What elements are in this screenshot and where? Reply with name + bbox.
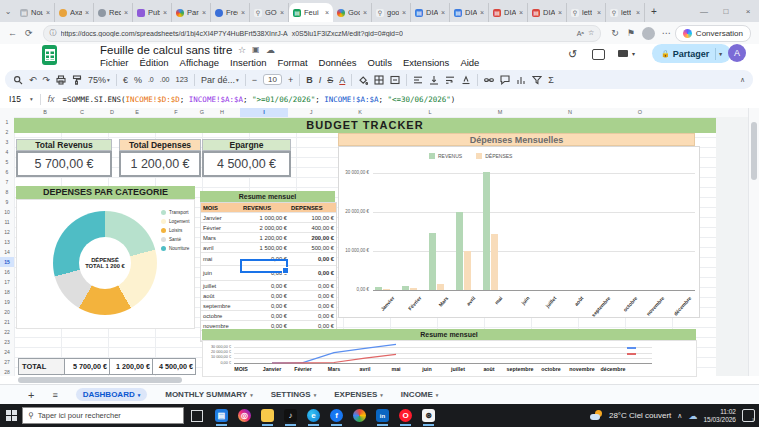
toolbar-fill-color[interactable] xyxy=(358,75,368,85)
depenses-cell[interactable]: 0,00 € xyxy=(289,311,336,320)
depenses-cell[interactable]: 0,00 € xyxy=(289,266,336,280)
card-value-epargne[interactable]: 4 500,00 € xyxy=(202,151,291,177)
card-title-depenses[interactable]: Total Depenses xyxy=(119,139,201,151)
month-cell[interactable]: juin xyxy=(201,266,241,280)
tab-close-icon[interactable]: × xyxy=(163,9,167,16)
sheet-tab-caret-icon[interactable]: ▾ xyxy=(138,392,141,398)
row-header-20[interactable]: 20 xyxy=(0,307,14,317)
revenus-cell[interactable]: 0,00 € xyxy=(241,311,289,320)
bar-revenus-avril[interactable] xyxy=(456,212,463,290)
sheet-tab-income[interactable]: INCOME▾ xyxy=(401,390,439,399)
bar-depenses-Mars[interactable] xyxy=(437,284,444,290)
sheet-tab-caret-icon[interactable]: ▾ xyxy=(314,392,317,398)
column-header-J[interactable]: J xyxy=(310,108,313,117)
toolbar-collapse-icon[interactable]: ∧ xyxy=(740,76,745,84)
borders-icon[interactable] xyxy=(374,75,384,85)
formula-input[interactable]: =SOMME.SI.ENS(INCOME!$D:$D; INCOME!$A:$A… xyxy=(62,95,455,104)
column-header-K[interactable]: K xyxy=(358,108,362,117)
minimize-icon[interactable]: — xyxy=(693,7,715,16)
revenus-cell[interactable]: 0,00 € xyxy=(241,301,289,310)
taskbar-search[interactable]: ⚲ Taper ici pour rechercher xyxy=(22,407,184,424)
depenses-cell[interactable]: 100,00 € xyxy=(289,213,336,222)
row-header-13[interactable]: 13 xyxy=(0,237,14,247)
tab-search-icon[interactable]: ⌄ xyxy=(0,7,16,16)
sheets-logo-icon[interactable] xyxy=(42,45,57,65)
total-depenses-cell[interactable]: 1 200,00 € xyxy=(110,358,153,375)
toolbar-insert-link[interactable] xyxy=(484,75,494,85)
fill-color-icon[interactable] xyxy=(358,75,368,85)
toolbar-increase-decimals[interactable]: .00 xyxy=(160,76,170,83)
menu-dition[interactable]: Édition xyxy=(140,57,169,68)
monthly-table-title[interactable]: Resume mensuel xyxy=(200,191,335,202)
read-aloud-icon[interactable]: Aᵃ xyxy=(577,30,584,37)
toolbar-create-filter[interactable] xyxy=(532,75,542,85)
vertical-align-icon[interactable] xyxy=(429,75,439,85)
user-avatar[interactable]: A xyxy=(728,44,746,62)
table-row[interactable]: avril1 500,00 €500,00 € xyxy=(201,243,336,253)
conversation-button[interactable]: Conversation xyxy=(675,25,751,42)
table-row[interactable]: juillet0,00 €0,00 € xyxy=(201,281,336,291)
toolbar-increase-font[interactable]: + xyxy=(288,75,293,85)
revenus-cell[interactable]: 0,00 € xyxy=(241,281,289,290)
line-chart-title[interactable]: Resume mensuel xyxy=(202,329,696,340)
browser-tab[interactable]: ▤Nou× xyxy=(16,3,55,22)
toolbar-italic[interactable]: I xyxy=(319,75,322,85)
sheet-tab-dashboard[interactable]: DASHBOARD▾ xyxy=(76,388,148,401)
menu-format[interactable]: Format xyxy=(277,57,307,68)
all-sheets-button[interactable]: ≡ xyxy=(52,390,57,400)
card-value-depenses[interactable]: 1 200,00 € xyxy=(119,151,201,177)
menu-insertion[interactable]: Insertion xyxy=(230,57,266,68)
browser-tab-active[interactable]: ▤Feui× xyxy=(289,3,333,22)
month-cell[interactable]: Janvier xyxy=(201,213,241,222)
toolbar-text-rotation[interactable] xyxy=(461,75,471,85)
opera-icon[interactable]: O xyxy=(399,409,412,422)
column-header-F[interactable]: F xyxy=(174,108,177,117)
site-info-icon[interactable]: ⓘ xyxy=(50,28,57,38)
browser-tab[interactable]: ⚲lett× xyxy=(606,3,645,22)
chatgpt-icon[interactable]: ⊛ xyxy=(422,409,435,422)
month-cell[interactable]: Mars xyxy=(201,233,241,242)
row-header-12[interactable]: 12 xyxy=(0,227,14,237)
share-button[interactable]: 🔒 Partager ▾ xyxy=(652,44,731,63)
horizontal-align-icon[interactable] xyxy=(413,75,423,85)
browser-tab[interactable]: Goo× xyxy=(333,3,372,22)
menu-outils[interactable]: Outils xyxy=(368,57,392,68)
create-filter-icon[interactable] xyxy=(532,75,542,85)
tab-close-icon[interactable]: × xyxy=(46,9,50,16)
card-title-epargne[interactable]: Epargne xyxy=(202,139,291,151)
tab-close-icon[interactable]: × xyxy=(636,9,640,16)
table-row[interactable]: Janvier1 000,00 €100,00 € xyxy=(201,213,336,223)
fill-handle[interactable] xyxy=(282,267,289,274)
toolbar-bold[interactable]: B xyxy=(306,75,313,85)
total-label-cell[interactable]: TOTAL xyxy=(18,358,65,375)
vertical-scrollbar[interactable] xyxy=(748,108,759,376)
month-cell[interactable]: octobre xyxy=(201,311,241,320)
browser-tab[interactable]: Free× xyxy=(211,3,250,22)
meet-camera-icon[interactable] xyxy=(618,50,628,57)
linkedin-icon[interactable]: in xyxy=(376,409,389,422)
month-cell[interactable]: Février xyxy=(201,223,241,232)
row-header-18[interactable]: 18 xyxy=(0,287,14,297)
notification-center-icon[interactable]: ₃ xyxy=(742,409,755,422)
column-header-C[interactable]: C xyxy=(80,108,84,117)
revenus-cell[interactable]: 0,00 € xyxy=(241,291,289,300)
bar-depenses-mai[interactable] xyxy=(491,234,498,290)
search-icon[interactable] xyxy=(13,75,23,85)
table-row[interactable]: Février2 000,00 €400,00 € xyxy=(201,223,336,233)
explorer-icon[interactable] xyxy=(261,409,274,422)
more-icon[interactable]: ⋯ xyxy=(658,28,675,38)
star-icon[interactable]: ☆ xyxy=(238,45,246,55)
revenus-cell[interactable]: 1 200,00 € xyxy=(241,233,289,242)
browser-tab[interactable]: Publ× xyxy=(133,3,172,22)
card-value-revenus[interactable]: 5 700,00 € xyxy=(16,151,112,177)
row-header-7[interactable]: 7 xyxy=(0,177,14,187)
row-header-5[interactable]: 5 xyxy=(0,157,14,167)
paint-format-icon[interactable] xyxy=(72,75,82,85)
table-row[interactable]: août0,00 €0,00 € xyxy=(201,291,336,301)
depenses-cell[interactable]: 400,00 € xyxy=(289,223,336,232)
cloud-status-icon[interactable]: ☁ xyxy=(266,45,275,55)
menu-fichier[interactable]: Fichier xyxy=(100,57,129,68)
browser-tab[interactable]: Axa× xyxy=(55,3,94,22)
revenus-cell[interactable]: 1 500,00 € xyxy=(241,243,289,252)
photos-icon[interactable] xyxy=(353,409,366,422)
